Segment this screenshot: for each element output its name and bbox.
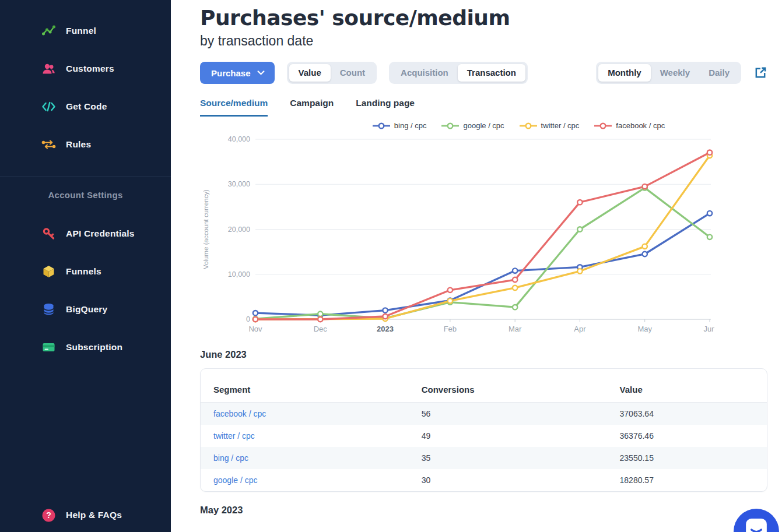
sidebar-item-get-code[interactable]: Get Code [0, 87, 171, 125]
column-header-value: Value [620, 385, 767, 394]
june-table: Segment Conversions Value facebook / cpc… [200, 368, 767, 492]
segment-link[interactable]: twitter / cpc [213, 431, 255, 441]
chat-icon [744, 517, 769, 532]
segment-link[interactable]: google / cpc [213, 475, 258, 485]
sidebar-item-label: Customers [66, 64, 114, 74]
conversions-cell: 35 [422, 453, 620, 463]
acquisition-transaction-toggle: Acquisition Transaction [389, 62, 528, 84]
value-count-toggle: Value Count [287, 62, 377, 84]
svg-text:30,000: 30,000 [228, 180, 250, 188]
sidebar-item-funnel[interactable]: Funnel [0, 12, 171, 50]
svg-text:20,000: 20,000 [228, 226, 250, 234]
legend-label: bing / cpc [394, 121, 427, 130]
value-cell: 18280.57 [620, 475, 767, 485]
svg-text:Jun: Jun [704, 325, 714, 333]
rules-icon [41, 138, 56, 152]
cube-icon [41, 265, 56, 279]
svg-text:Apr: Apr [574, 325, 586, 333]
svg-text:10,000: 10,000 [228, 270, 250, 279]
value-cell: 36376.46 [620, 431, 767, 441]
sidebar-item-subscription[interactable]: Subscription [0, 328, 171, 366]
tab-campaign[interactable]: Campaign [290, 98, 334, 117]
code-icon [41, 100, 56, 114]
sidebar-item-customers[interactable]: Customers [0, 50, 171, 87]
svg-text:Nov: Nov [248, 325, 262, 333]
page-subtitle: by transaction date [200, 33, 767, 49]
segment-link[interactable]: bing / cpc [213, 453, 248, 463]
conversions-cell: 56 [422, 409, 620, 418]
sidebar-item-label: Get Code [66, 101, 107, 112]
database-icon [41, 302, 56, 316]
svg-text:Feb: Feb [444, 325, 457, 333]
segment-link[interactable]: facebook / cpc [213, 409, 266, 418]
toggle-option-acquisition[interactable]: Acquisition [391, 64, 458, 82]
tab-landing-page[interactable]: Landing page [356, 98, 415, 117]
tabs: Source/medium Campaign Landing page [200, 98, 767, 117]
sidebar: Funnel Customers Get Code Rules Account … [0, 0, 171, 532]
svg-text:40,000: 40,000 [228, 135, 250, 143]
toggle-option-value[interactable]: Value [289, 64, 331, 82]
conversions-cell: 30 [422, 475, 620, 485]
legend-marker-icon [373, 122, 390, 129]
legend-item-twitter[interactable]: twitter / cpc [520, 121, 580, 130]
sidebar-item-rules[interactable]: Rules [0, 125, 171, 163]
open-in-new-icon[interactable] [753, 66, 767, 80]
svg-text:0: 0 [246, 315, 250, 323]
svg-text:May: May [637, 325, 652, 333]
legend-label: google / cpc [463, 121, 504, 130]
sidebar-item-label: Subscription [66, 342, 122, 353]
svg-text:Dec: Dec [314, 325, 328, 333]
section-heading-may: May 2023 [200, 505, 767, 516]
tab-source-medium[interactable]: Source/medium [200, 98, 268, 117]
chart-canvas: 010,00020,00030,00040,000NovDec2023FebMa… [200, 131, 714, 336]
svg-text:Volume (account currency): Volume (account currency) [202, 189, 209, 269]
legend-item-bing[interactable]: bing / cpc [373, 121, 427, 130]
table-header-row: Segment Conversions Value [201, 369, 767, 403]
sidebar-item-help[interactable]: ? Help & FAQs [0, 498, 171, 532]
table-row: twitter / cpc 49 36376.46 [201, 425, 767, 447]
svg-text:?: ? [46, 510, 51, 520]
page-title: Purchases' source/medium [200, 6, 767, 30]
legend-label: twitter / cpc [541, 121, 580, 130]
help-icon: ? [41, 508, 56, 522]
chevron-down-icon [257, 71, 265, 75]
table-row: bing / cpc 35 23550.15 [201, 447, 767, 469]
value-cell: 37063.64 [620, 409, 767, 418]
toggle-option-daily[interactable]: Daily [699, 64, 739, 82]
sidebar-item-label: API Credentials [66, 228, 135, 239]
sidebar-item-funnels[interactable]: Funnels [0, 252, 171, 290]
sidebar-item-label: Rules [66, 139, 91, 150]
toggle-option-transaction[interactable]: Transaction [458, 64, 525, 82]
legend-marker-icon [520, 122, 537, 129]
controls-row: Purchase Value Count Acquisition Transac… [200, 62, 767, 84]
main-content: Purchases' source/medium by transaction … [171, 0, 782, 532]
purchase-dropdown-label: Purchase [211, 68, 251, 78]
controls-right: Monthly Weekly Daily [596, 62, 767, 84]
key-icon [41, 227, 56, 241]
sidebar-settings-nav: API Credentials Funnels BigQuery Subscri… [0, 214, 171, 366]
legend-item-google[interactable]: google / cpc [441, 121, 504, 130]
purchase-dropdown-button[interactable]: Purchase [200, 62, 275, 84]
table-row: google / cpc 30 18280.57 [201, 469, 767, 491]
period-toggle: Monthly Weekly Daily [596, 62, 741, 84]
sidebar-item-bigquery[interactable]: BigQuery [0, 290, 171, 328]
account-settings-label: Account Settings [0, 190, 171, 200]
sidebar-item-label: Help & FAQs [66, 510, 122, 520]
column-header-segment: Segment [201, 385, 422, 394]
credit-card-icon [41, 340, 56, 354]
table-row: facebook / cpc 56 37063.64 [201, 403, 767, 425]
svg-text:2023: 2023 [377, 325, 394, 333]
toggle-option-weekly[interactable]: Weekly [651, 64, 699, 82]
toggle-option-monthly[interactable]: Monthly [598, 64, 651, 82]
column-header-conversions: Conversions [422, 385, 620, 394]
legend-marker-icon [441, 122, 459, 129]
section-heading-june: June 2023 [200, 349, 767, 360]
toggle-option-count[interactable]: Count [331, 64, 374, 82]
sidebar-item-api-credentials[interactable]: API Credentials [0, 214, 171, 252]
sidebar-item-label: Funnels [66, 266, 101, 277]
legend-item-facebook[interactable]: facebook / cpc [594, 121, 665, 130]
sidebar-item-label: Funnel [66, 26, 96, 36]
legend-label: facebook / cpc [616, 121, 665, 130]
sidebar-divider [0, 177, 171, 177]
line-chart: 010,00020,00030,00040,000NovDec2023FebMa… [200, 131, 767, 336]
